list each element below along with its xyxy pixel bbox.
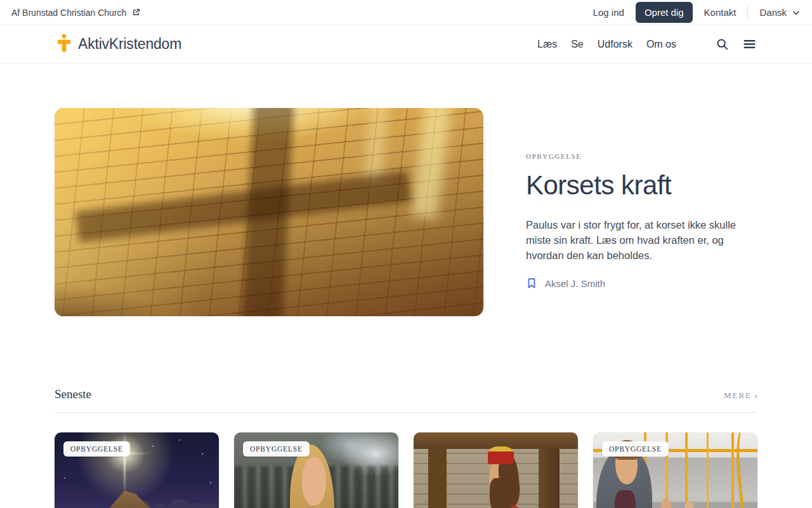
attribution-text: Af Brunstad Christian Church <box>11 8 126 18</box>
site-attribution[interactable]: Af Brunstad Christian Church <box>11 8 141 18</box>
more-label: MERE <box>724 391 752 401</box>
article-card-grid: OPBYGGELSE © ActiveChristianity OPBYGGEL… <box>55 432 757 508</box>
more-link[interactable]: MERE › <box>724 391 757 401</box>
man-shirt <box>615 490 636 508</box>
primary-nav: Læs Se Udforsk Om os <box>537 39 676 50</box>
hero-text-column: OPBYGGELSE Korsets kraft Paulus var i st… <box>526 108 757 316</box>
login-button[interactable]: Log ind <box>593 7 624 18</box>
category-badge: OPBYGGELSE <box>63 441 130 457</box>
card-image-king <box>414 432 578 508</box>
external-link-icon <box>131 8 141 17</box>
nav-item-om-os[interactable]: Om os <box>646 39 676 50</box>
king-beard <box>490 478 513 508</box>
logo[interactable]: AktivKristendom <box>57 34 181 55</box>
nav-item-udforsk[interactable]: Udforsk <box>598 39 632 50</box>
face <box>302 457 326 505</box>
category-badge: OPBYGGELSE <box>602 441 669 457</box>
latest-header-row: Seneste MERE › <box>55 387 757 401</box>
search-button[interactable] <box>716 37 729 51</box>
category-badge: OPBYGGELSE <box>243 441 310 457</box>
article-card[interactable]: OPBYGGELSE © ActiveChristianity <box>234 432 398 508</box>
article-card[interactable]: OPBYGGELSE © ActiveChristianity <box>55 432 219 508</box>
main-header: AktivKristendom Læs Se Udforsk Om os <box>0 25 812 64</box>
hero-category-label[interactable]: OPBYGGELSE <box>526 152 757 160</box>
hamburger-menu-icon <box>743 37 756 51</box>
contact-button[interactable]: Kontakt <box>704 7 737 18</box>
chevron-right-icon: › <box>754 391 757 401</box>
article-card[interactable] <box>414 432 578 508</box>
signup-button[interactable]: Opret dig <box>636 2 693 23</box>
section-divider <box>55 412 757 413</box>
bookmark-icon[interactable] <box>526 277 537 290</box>
king-crown <box>488 446 514 465</box>
nav-item-se[interactable]: Se <box>571 39 584 50</box>
hero-section: OPBYGGELSE Korsets kraft Paulus var i st… <box>55 108 757 316</box>
hero-image[interactable] <box>55 108 483 316</box>
search-icon <box>716 37 729 51</box>
latest-heading: Seneste <box>55 387 91 401</box>
page-content: OPBYGGELSE Korsets kraft Paulus var i st… <box>0 108 812 508</box>
menu-button[interactable] <box>743 37 756 51</box>
hero-article-description: Paulus var i stor frygt for, at korset i… <box>526 217 757 263</box>
hero-article-title[interactable]: Korsets kraft <box>526 170 757 201</box>
nav-item-laes[interactable]: Læs <box>537 39 557 50</box>
account-actions: Log ind Opret dig Kontakt Dansk <box>593 2 801 23</box>
language-selector[interactable]: Dansk <box>759 7 801 18</box>
cross-logo-icon <box>57 34 72 55</box>
article-card[interactable]: OPBYGGELSE © ActiveC <box>593 432 757 508</box>
chevron-down-icon <box>792 8 801 17</box>
topbar-divider <box>747 6 748 19</box>
hero-author-name: Aksel J. Smith <box>545 278 605 289</box>
utility-bar: Af Brunstad Christian Church Log ind Opr… <box>0 0 812 25</box>
hero-author-row: Aksel J. Smith <box>526 277 757 290</box>
logo-text: AktivKristendom <box>78 36 181 53</box>
latest-section: Seneste MERE › OPBYGGELSE <box>55 387 757 508</box>
language-label: Dansk <box>759 7 787 18</box>
